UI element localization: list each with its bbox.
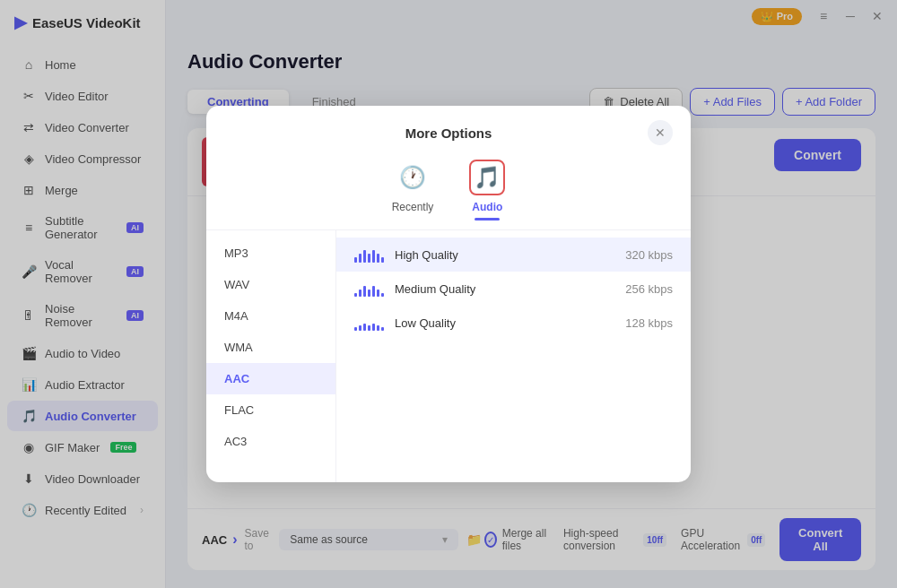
format-item-aac[interactable]: AAC [206, 363, 335, 394]
format-item-flac[interactable]: FLAC [206, 394, 335, 426]
modal-tab-audio[interactable]: 🎵 Audio [469, 160, 505, 220]
quality-kbps-medium: 256 kbps [625, 282, 673, 296]
format-item-mp3[interactable]: MP3 [206, 238, 335, 269]
modal-title: More Options [249, 125, 648, 141]
quality-kbps-low: 128 kbps [625, 316, 673, 330]
format-item-ac3[interactable]: AC3 [206, 426, 335, 457]
recently-label: Recently [392, 201, 434, 213]
quality-name-high: High Quality [395, 248, 614, 262]
modal-close-icon: ✕ [655, 125, 666, 140]
more-options-modal: More Options ✕ 🕐 Recently 🎵 Audio MP3WAV… [206, 106, 691, 482]
quality-name-medium: Medium Quality [395, 282, 614, 296]
quality-item-high[interactable]: High Quality 320 kbps [336, 238, 691, 272]
wave-icon-high [354, 246, 384, 263]
audio-label: Audio [472, 201, 502, 213]
modal-body: MP3WAVM4AWMAAACFLACAC3 High Quality 320 … [206, 229, 691, 482]
modal-close-button[interactable]: ✕ [648, 120, 673, 145]
wave-icon-low [354, 315, 384, 331]
modal-tab-recently[interactable]: 🕐 Recently [392, 160, 434, 220]
format-list: MP3WAVM4AWMAAACFLACAC3 [206, 230, 336, 482]
format-item-wma[interactable]: WMA [206, 332, 335, 363]
modal-overlay: More Options ✕ 🕐 Recently 🎵 Audio MP3WAV… [0, 0, 897, 588]
quality-item-low[interactable]: Low Quality 128 kbps [336, 306, 691, 340]
quality-name-low: Low Quality [395, 316, 614, 330]
quality-item-medium[interactable]: Medium Quality 256 kbps [336, 272, 691, 306]
quality-list: High Quality 320 kbps Medium Quality 256… [336, 230, 691, 482]
modal-tabs: 🕐 Recently 🎵 Audio [206, 145, 691, 220]
format-item-wav[interactable]: WAV [206, 269, 335, 300]
quality-kbps-high: 320 kbps [625, 248, 673, 262]
format-item-m4a[interactable]: M4A [206, 300, 335, 332]
tab-underline [475, 218, 500, 220]
wave-icon-medium [354, 281, 384, 297]
audio-icon: 🎵 [469, 160, 505, 195]
recently-icon: 🕐 [395, 160, 431, 195]
modal-header: More Options ✕ [206, 106, 691, 145]
